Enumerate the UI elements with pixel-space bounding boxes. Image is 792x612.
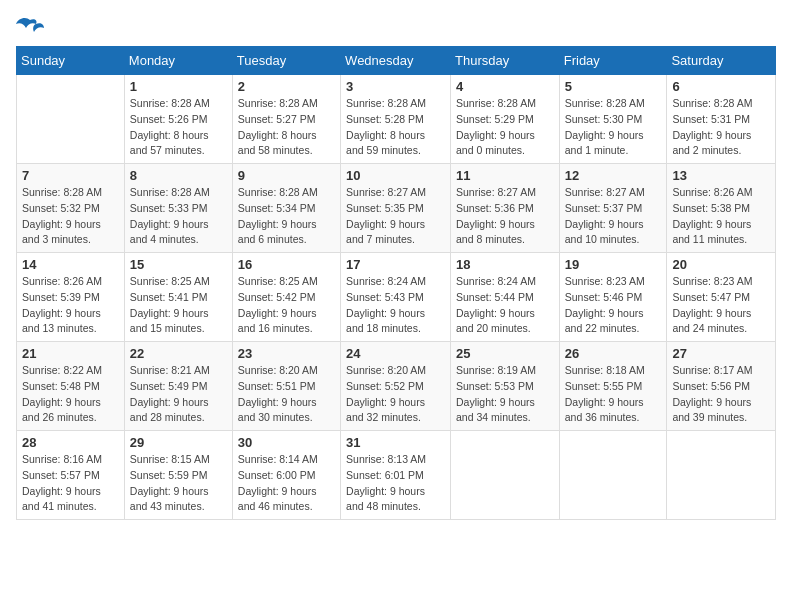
calendar-day-cell: 10Sunrise: 8:27 AM Sunset: 5:35 PM Dayli…: [341, 164, 451, 253]
day-detail: Sunrise: 8:28 AM Sunset: 5:29 PM Dayligh…: [456, 96, 554, 159]
calendar-day-cell: 18Sunrise: 8:24 AM Sunset: 5:44 PM Dayli…: [451, 253, 560, 342]
calendar-day-cell: [17, 75, 125, 164]
calendar-week-row: 7Sunrise: 8:28 AM Sunset: 5:32 PM Daylig…: [17, 164, 776, 253]
day-number: 29: [130, 435, 227, 450]
calendar-day-cell: 5Sunrise: 8:28 AM Sunset: 5:30 PM Daylig…: [559, 75, 667, 164]
calendar-day-cell: 22Sunrise: 8:21 AM Sunset: 5:49 PM Dayli…: [124, 342, 232, 431]
day-number: 10: [346, 168, 445, 183]
day-number: 14: [22, 257, 119, 272]
day-detail: Sunrise: 8:26 AM Sunset: 5:39 PM Dayligh…: [22, 274, 119, 337]
calendar-day-cell: 28Sunrise: 8:16 AM Sunset: 5:57 PM Dayli…: [17, 431, 125, 520]
calendar-day-cell: 11Sunrise: 8:27 AM Sunset: 5:36 PM Dayli…: [451, 164, 560, 253]
logo: [16, 16, 48, 38]
weekday-header-cell: Monday: [124, 47, 232, 75]
weekday-header-cell: Wednesday: [341, 47, 451, 75]
calendar-week-row: 1Sunrise: 8:28 AM Sunset: 5:26 PM Daylig…: [17, 75, 776, 164]
day-detail: Sunrise: 8:22 AM Sunset: 5:48 PM Dayligh…: [22, 363, 119, 426]
calendar-day-cell: 30Sunrise: 8:14 AM Sunset: 6:00 PM Dayli…: [232, 431, 340, 520]
calendar-day-cell: [451, 431, 560, 520]
page-header: [16, 16, 776, 38]
day-number: 4: [456, 79, 554, 94]
calendar-table: SundayMondayTuesdayWednesdayThursdayFrid…: [16, 46, 776, 520]
calendar-day-cell: 12Sunrise: 8:27 AM Sunset: 5:37 PM Dayli…: [559, 164, 667, 253]
day-number: 19: [565, 257, 662, 272]
calendar-day-cell: 6Sunrise: 8:28 AM Sunset: 5:31 PM Daylig…: [667, 75, 776, 164]
day-number: 22: [130, 346, 227, 361]
calendar-body: 1Sunrise: 8:28 AM Sunset: 5:26 PM Daylig…: [17, 75, 776, 520]
calendar-day-cell: 7Sunrise: 8:28 AM Sunset: 5:32 PM Daylig…: [17, 164, 125, 253]
weekday-header-cell: Sunday: [17, 47, 125, 75]
day-detail: Sunrise: 8:25 AM Sunset: 5:42 PM Dayligh…: [238, 274, 335, 337]
day-detail: Sunrise: 8:21 AM Sunset: 5:49 PM Dayligh…: [130, 363, 227, 426]
day-number: 20: [672, 257, 770, 272]
day-number: 3: [346, 79, 445, 94]
calendar-day-cell: 23Sunrise: 8:20 AM Sunset: 5:51 PM Dayli…: [232, 342, 340, 431]
day-number: 24: [346, 346, 445, 361]
day-detail: Sunrise: 8:17 AM Sunset: 5:56 PM Dayligh…: [672, 363, 770, 426]
day-detail: Sunrise: 8:28 AM Sunset: 5:34 PM Dayligh…: [238, 185, 335, 248]
weekday-header-row: SundayMondayTuesdayWednesdayThursdayFrid…: [17, 47, 776, 75]
calendar-day-cell: [667, 431, 776, 520]
calendar-day-cell: 4Sunrise: 8:28 AM Sunset: 5:29 PM Daylig…: [451, 75, 560, 164]
day-detail: Sunrise: 8:15 AM Sunset: 5:59 PM Dayligh…: [130, 452, 227, 515]
day-number: 5: [565, 79, 662, 94]
day-detail: Sunrise: 8:28 AM Sunset: 5:27 PM Dayligh…: [238, 96, 335, 159]
day-detail: Sunrise: 8:26 AM Sunset: 5:38 PM Dayligh…: [672, 185, 770, 248]
day-number: 2: [238, 79, 335, 94]
day-detail: Sunrise: 8:18 AM Sunset: 5:55 PM Dayligh…: [565, 363, 662, 426]
day-detail: Sunrise: 8:13 AM Sunset: 6:01 PM Dayligh…: [346, 452, 445, 515]
day-detail: Sunrise: 8:27 AM Sunset: 5:36 PM Dayligh…: [456, 185, 554, 248]
day-number: 1: [130, 79, 227, 94]
weekday-header-cell: Saturday: [667, 47, 776, 75]
day-detail: Sunrise: 8:25 AM Sunset: 5:41 PM Dayligh…: [130, 274, 227, 337]
day-detail: Sunrise: 8:20 AM Sunset: 5:51 PM Dayligh…: [238, 363, 335, 426]
calendar-day-cell: 29Sunrise: 8:15 AM Sunset: 5:59 PM Dayli…: [124, 431, 232, 520]
day-detail: Sunrise: 8:28 AM Sunset: 5:32 PM Dayligh…: [22, 185, 119, 248]
day-number: 8: [130, 168, 227, 183]
day-number: 7: [22, 168, 119, 183]
day-detail: Sunrise: 8:16 AM Sunset: 5:57 PM Dayligh…: [22, 452, 119, 515]
day-number: 16: [238, 257, 335, 272]
calendar-day-cell: 21Sunrise: 8:22 AM Sunset: 5:48 PM Dayli…: [17, 342, 125, 431]
calendar-day-cell: 13Sunrise: 8:26 AM Sunset: 5:38 PM Dayli…: [667, 164, 776, 253]
calendar-day-cell: 27Sunrise: 8:17 AM Sunset: 5:56 PM Dayli…: [667, 342, 776, 431]
day-detail: Sunrise: 8:27 AM Sunset: 5:37 PM Dayligh…: [565, 185, 662, 248]
calendar-day-cell: 24Sunrise: 8:20 AM Sunset: 5:52 PM Dayli…: [341, 342, 451, 431]
calendar-week-row: 21Sunrise: 8:22 AM Sunset: 5:48 PM Dayli…: [17, 342, 776, 431]
logo-bird-icon: [16, 16, 44, 38]
day-detail: Sunrise: 8:19 AM Sunset: 5:53 PM Dayligh…: [456, 363, 554, 426]
calendar-day-cell: 26Sunrise: 8:18 AM Sunset: 5:55 PM Dayli…: [559, 342, 667, 431]
day-detail: Sunrise: 8:20 AM Sunset: 5:52 PM Dayligh…: [346, 363, 445, 426]
day-detail: Sunrise: 8:14 AM Sunset: 6:00 PM Dayligh…: [238, 452, 335, 515]
day-detail: Sunrise: 8:27 AM Sunset: 5:35 PM Dayligh…: [346, 185, 445, 248]
calendar-day-cell: [559, 431, 667, 520]
day-detail: Sunrise: 8:23 AM Sunset: 5:47 PM Dayligh…: [672, 274, 770, 337]
day-number: 12: [565, 168, 662, 183]
day-number: 30: [238, 435, 335, 450]
day-number: 18: [456, 257, 554, 272]
calendar-week-row: 28Sunrise: 8:16 AM Sunset: 5:57 PM Dayli…: [17, 431, 776, 520]
calendar-day-cell: 8Sunrise: 8:28 AM Sunset: 5:33 PM Daylig…: [124, 164, 232, 253]
day-detail: Sunrise: 8:24 AM Sunset: 5:44 PM Dayligh…: [456, 274, 554, 337]
day-number: 31: [346, 435, 445, 450]
calendar-day-cell: 14Sunrise: 8:26 AM Sunset: 5:39 PM Dayli…: [17, 253, 125, 342]
weekday-header-cell: Tuesday: [232, 47, 340, 75]
calendar-day-cell: 19Sunrise: 8:23 AM Sunset: 5:46 PM Dayli…: [559, 253, 667, 342]
calendar-day-cell: 1Sunrise: 8:28 AM Sunset: 5:26 PM Daylig…: [124, 75, 232, 164]
day-number: 26: [565, 346, 662, 361]
day-number: 28: [22, 435, 119, 450]
weekday-header-cell: Friday: [559, 47, 667, 75]
day-detail: Sunrise: 8:28 AM Sunset: 5:28 PM Dayligh…: [346, 96, 445, 159]
calendar-day-cell: 17Sunrise: 8:24 AM Sunset: 5:43 PM Dayli…: [341, 253, 451, 342]
day-number: 27: [672, 346, 770, 361]
day-number: 15: [130, 257, 227, 272]
day-detail: Sunrise: 8:28 AM Sunset: 5:31 PM Dayligh…: [672, 96, 770, 159]
calendar-day-cell: 31Sunrise: 8:13 AM Sunset: 6:01 PM Dayli…: [341, 431, 451, 520]
calendar-day-cell: 20Sunrise: 8:23 AM Sunset: 5:47 PM Dayli…: [667, 253, 776, 342]
day-number: 6: [672, 79, 770, 94]
day-detail: Sunrise: 8:23 AM Sunset: 5:46 PM Dayligh…: [565, 274, 662, 337]
day-number: 25: [456, 346, 554, 361]
calendar-day-cell: 2Sunrise: 8:28 AM Sunset: 5:27 PM Daylig…: [232, 75, 340, 164]
calendar-day-cell: 25Sunrise: 8:19 AM Sunset: 5:53 PM Dayli…: [451, 342, 560, 431]
day-number: 9: [238, 168, 335, 183]
